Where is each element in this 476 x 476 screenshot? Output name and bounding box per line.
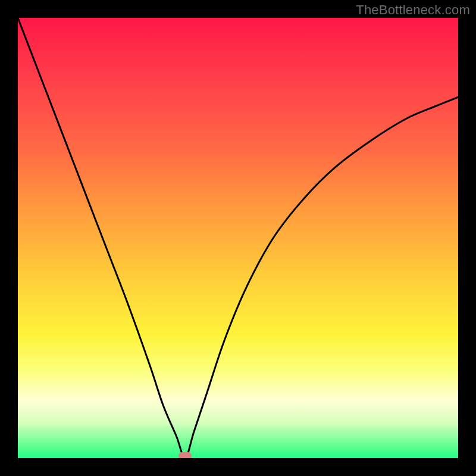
plot-area xyxy=(18,18,458,458)
minimum-marker xyxy=(178,452,192,458)
chart-frame: TheBottleneck.com xyxy=(0,0,476,476)
bottleneck-curve xyxy=(18,18,458,458)
watermark-text: TheBottleneck.com xyxy=(356,2,470,18)
curve-svg xyxy=(18,18,458,458)
